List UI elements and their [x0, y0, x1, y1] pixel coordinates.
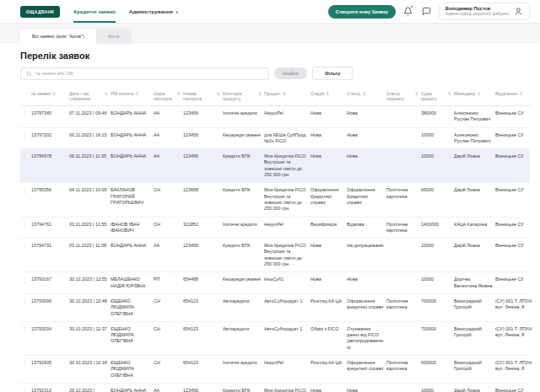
tab-all-applications[interactable]: Всі заявки (крім "Архів"): [20, 29, 96, 44]
column-header-10[interactable]: Сума кредиту⇅: [421, 91, 451, 101]
column-header-8[interactable]: Статус⇅: [347, 91, 384, 96]
column-header-4[interactable]: Номер паспорта⇅: [183, 91, 220, 101]
row-menu-icon[interactable]: ⋮: [20, 388, 29, 392]
sort-icon[interactable]: ⇅: [135, 91, 138, 96]
column-label: ПІБ клієнта: [111, 91, 133, 96]
cell-product: НерухРеІ: [264, 110, 308, 116]
row-menu-icon[interactable]: ⋮: [20, 243, 29, 249]
column-header-1[interactable]: Дата і час створення⇅: [69, 91, 108, 101]
cell-number: 123456: [183, 132, 220, 138]
sort-icon[interactable]: ⇅: [362, 91, 365, 96]
cell-series: СН: [154, 326, 181, 332]
cell-status: Отримання даних від FICO (автопродовженн…: [347, 326, 384, 351]
nav-item-credit-applications[interactable]: Кредитні заявки: [73, 0, 116, 23]
cell-branch: (СУ) 001 Т. ЛПУН вул. Леніна, 8: [495, 326, 536, 339]
nav-item-administration[interactable]: Адміністрування ∨: [129, 0, 179, 23]
create-application-button[interactable]: Створити нову Заявку: [328, 5, 396, 19]
table-row[interactable]: ⋮1379316730.10.2023 | 12:55МЕЛАШЕНКО НАД…: [20, 272, 530, 294]
sort-icon[interactable]: ⇅: [415, 91, 418, 96]
sort-icon[interactable]: ⇅: [105, 91, 108, 96]
table-row[interactable]: ⋮1379535604.11.2023 | 10:09БАКЛАНОВ ГРИГ…: [20, 183, 530, 217]
cell-stage: Обмін з FICO: [310, 326, 344, 332]
column-header-2[interactable]: ПІБ клієнта⇅: [111, 91, 151, 96]
column-header-0[interactable]: № заявки⇅: [31, 91, 67, 96]
main-content: Перелік заявок Знайти Фільтр № заявки⇅Да…: [0, 44, 540, 392]
table-row[interactable]: ⋮1379473103.11.2023 | 11:08БОНДАРЬ АННАА…: [20, 239, 530, 272]
table-row[interactable]: ⋮1379231329.10.2023 |БОНДАРЬ АННААА12345…: [20, 384, 530, 392]
cell-id: 13795356: [31, 187, 67, 193]
row-menu-icon[interactable]: ⋮: [20, 153, 29, 159]
cell-manager: КАЦА Катерина: [454, 222, 493, 228]
cell-stage: Нова: [310, 243, 344, 249]
table-row[interactable]: ⋮1379476103.11.2023 | 12:55ІВАНОВ ІВАН І…: [20, 217, 530, 239]
cell-name: ЄЩЕНКО ЛЮДМИЛА ОЛЕГІВНА: [111, 298, 151, 317]
row-menu-icon[interactable]: ⋮: [20, 360, 29, 366]
sort-icon[interactable]: ⇅: [448, 91, 451, 96]
sort-icon[interactable]: ⇅: [52, 91, 56, 96]
cell-status: На допрацюванні: [347, 243, 384, 249]
cell-status: Нова: [347, 153, 384, 159]
cell-product: Моя Кредитка FICO. Внутрішні та: [264, 388, 308, 392]
row-menu-icon[interactable]: ⋮: [20, 326, 29, 332]
cell-product: для КЕШа СубПрод №3+ FICO: [264, 132, 308, 145]
notifications-button[interactable]: [402, 5, 414, 18]
cell-manager: Дарій Лєжка: [454, 153, 493, 159]
tab-archive[interactable]: Архів: [96, 29, 132, 44]
table-row[interactable]: ⋮1379734507.11.2023 | 09:46БОНДАРЬ АННАА…: [20, 106, 530, 128]
cell-category: Іпотечні кредити: [223, 222, 262, 228]
sort-icon[interactable]: ⇅: [326, 91, 329, 96]
column-header-6[interactable]: Продукт⇅: [264, 91, 308, 96]
cell-number: 123658: [183, 187, 220, 193]
sort-icon[interactable]: ⇅: [217, 91, 220, 96]
cell-branch: Вінницьке СУ: [495, 277, 536, 282]
cell-series: АА: [154, 153, 181, 159]
user-menu[interactable]: Володимир Пєстов Адміністратор кредитної…: [439, 3, 530, 20]
main-nav: Кредитні заявки Адміністрування ∨: [73, 0, 178, 23]
row-menu-icon[interactable]: ⋮: [20, 110, 29, 116]
column-header-11[interactable]: Менеджер⇅: [454, 91, 493, 96]
row-menu-icon[interactable]: ⋮: [20, 277, 29, 282]
cell-number: 654488: [183, 277, 220, 282]
sort-icon[interactable]: ⇅: [519, 91, 522, 96]
sort-icon[interactable]: ⇅: [477, 91, 480, 96]
cell-id: 13794761: [31, 222, 67, 228]
sort-icon[interactable]: ⇅: [283, 91, 286, 96]
search-input[interactable]: [35, 71, 263, 76]
table-row[interactable]: ⋮1379720206.11.2023 | 16:15БОНДАРЬ АННАА…: [20, 128, 530, 150]
cell-name: БОНДАРЬ АННА: [111, 110, 151, 116]
cell-sum: 700000: [421, 298, 451, 304]
cell-name: БАКЛАНОВ ГРИГОРИЙ ГРИГОРЬЕВИЧ: [111, 187, 151, 206]
row-menu-icon[interactable]: ⋮: [20, 222, 29, 228]
find-button[interactable]: Знайти: [274, 67, 307, 79]
column-header-3[interactable]: Серія паспорта⇅: [154, 91, 181, 101]
view-tabs: Всі заявки (крім "Архів") Архів: [20, 29, 540, 44]
user-info: Володимир Пєстов Адміністратор кредитної…: [446, 6, 509, 17]
table-row[interactable]: ⋮1379697806.11.2023 | 11:35БОНДАРЬ АННАА…: [20, 149, 530, 183]
column-header-12[interactable]: Відділення⇅: [495, 91, 536, 96]
row-menu-icon[interactable]: ⋮: [20, 187, 29, 193]
cell-product: НерухРеІ: [264, 222, 308, 228]
app-window: ОЩАДБАНК Кредитні заявки Адміністрування…: [0, 0, 540, 392]
column-header-7[interactable]: Стадія⇅: [310, 91, 344, 96]
sort-icon[interactable]: ⇅: [258, 91, 262, 96]
table-row[interactable]: ⋮1379309930.10.2023 | 12:48ЄЩЕНКО ЛЮДМИЛ…: [20, 294, 530, 322]
filter-button[interactable]: Фільтр: [312, 67, 353, 80]
column-header-5[interactable]: Категорія продукту⇅: [223, 91, 262, 101]
messages-button[interactable]: [420, 5, 433, 18]
table-header-row: № заявки⇅Дата і час створення⇅ПІБ клієнт…: [20, 87, 530, 106]
cell-name: МЕЛАШЕНКО НАДІЯ ЮРІЇВНА: [111, 277, 151, 289]
cell-manager: Дорічно Валентина Янівна: [454, 277, 493, 289]
table-row[interactable]: ⋮1379293530.10.2023 | 10:18ЄЩЕНКО ЛЮДМИЛ…: [20, 356, 530, 384]
row-menu-icon[interactable]: ⋮: [20, 132, 29, 138]
column-header-9[interactable]: Статус скорингу⇅: [386, 91, 418, 101]
cell-datetime: 30.10.2023 | 12:48: [69, 298, 108, 304]
cell-sum: 700000: [421, 326, 451, 332]
sort-icon[interactable]: ⇅: [177, 91, 181, 96]
cell-branch: Вінницьке СУ: [495, 222, 536, 228]
cell-sum: 65000: [421, 187, 451, 193]
row-menu-icon[interactable]: ⋮: [20, 298, 29, 304]
cell-branch: Вінницьке СУ: [495, 187, 536, 193]
brand-logo[interactable]: ОЩАДБАНК: [20, 6, 60, 18]
cell-branch: (СУ) 001 Т. ЛПУН вул. Леніна, 8: [495, 360, 536, 373]
table-row[interactable]: ⋮1379303430.10.2023 | 12:37ЄЩЕНКО ЛЮДМИЛ…: [20, 322, 530, 356]
